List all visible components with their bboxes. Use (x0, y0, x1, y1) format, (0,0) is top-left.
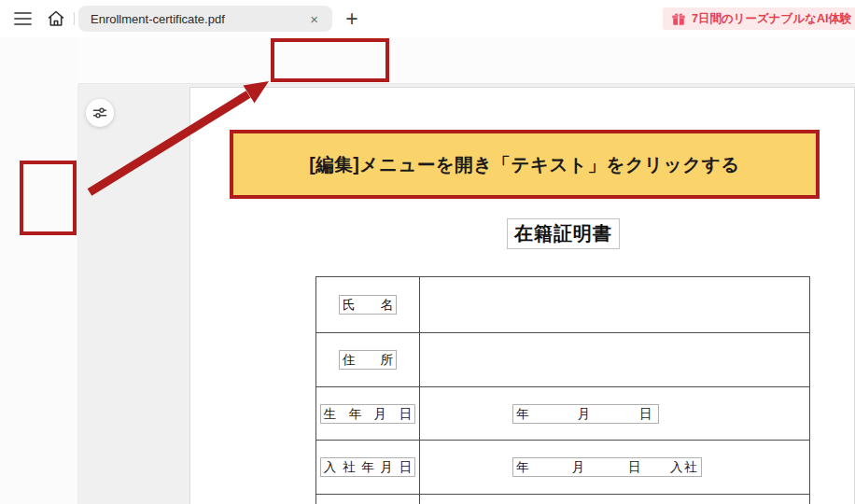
table-cell-label: 住 所 (316, 333, 420, 386)
home-icon[interactable] (45, 7, 67, 30)
table-cell-value: 年 月 日 (420, 387, 809, 440)
pdf-editor-window: Enrollment-certificate.pdf × + 7日間のリーズナブ… (0, 0, 855, 504)
tab-title: Enrollment-certificate.pdf (91, 12, 225, 26)
table-row: 氏 名 (316, 277, 809, 333)
table-cell-value (420, 333, 809, 386)
table-cell-label: 生 年 月 日 (316, 387, 420, 440)
table-cell-label (316, 495, 420, 504)
joindate-label-textbox[interactable]: 入 社 年 月 日 (320, 457, 416, 477)
certificate-table: 氏 名 住 所 生 年 月 日 年 月 日 (315, 276, 810, 504)
document-title-textbox[interactable]: 在籍証明書 (507, 218, 620, 249)
table-cell-value (420, 495, 809, 504)
pdf-page: [編集]メニューを開き「テキスト」をクリックする 在籍証明書 氏 名 住 所 (189, 87, 855, 504)
table-cell-value (420, 277, 809, 332)
birthdate-value-textbox[interactable]: 年 月 日 (512, 404, 659, 424)
new-tab-button[interactable]: + (340, 7, 364, 31)
toolbar-corner (0, 37, 78, 84)
tab-close-icon[interactable]: × (308, 12, 320, 26)
table-cell-label: 入 社 年 月 日 (316, 441, 420, 494)
topbar-divider (74, 12, 75, 25)
promo-text: 7日間のリーズナブルなAI体験 (692, 11, 852, 27)
callout-banner: [編集]メニューを開き「テキスト」をクリックする (230, 130, 820, 199)
document-tab[interactable]: Enrollment-certificate.pdf × (78, 6, 332, 32)
table-cell-label: 氏 名 (316, 277, 420, 332)
address-label-textbox[interactable]: 住 所 (339, 350, 397, 370)
birthdate-label-textbox[interactable]: 生 年 月 日 (320, 404, 416, 424)
document-workspace: [編集]メニューを開き「テキスト」をクリックする 在籍証明書 氏 名 住 所 (78, 84, 855, 504)
joindate-value-textbox[interactable]: 年 月 日 入社 (512, 457, 702, 477)
table-cell-value: 年 月 日 入社 (420, 441, 809, 494)
promo-banner[interactable]: 7日間のリーズナブルなAI体験 (663, 7, 855, 30)
table-row: 生 年 月 日 年 月 日 (316, 387, 809, 441)
panel-settings-button[interactable] (86, 99, 114, 127)
edit-toolbar (78, 37, 855, 84)
name-label-textbox[interactable]: 氏 名 (339, 295, 397, 315)
gift-icon (671, 11, 686, 26)
topbar: Enrollment-certificate.pdf × + 7日間のリーズナブ… (0, 0, 855, 37)
table-row: 入 社 年 月 日 年 月 日 入社 (316, 441, 809, 495)
sidebar (0, 84, 78, 504)
hamburger-menu-icon[interactable] (13, 9, 34, 28)
table-row (316, 495, 809, 504)
table-row: 住 所 (316, 333, 809, 387)
